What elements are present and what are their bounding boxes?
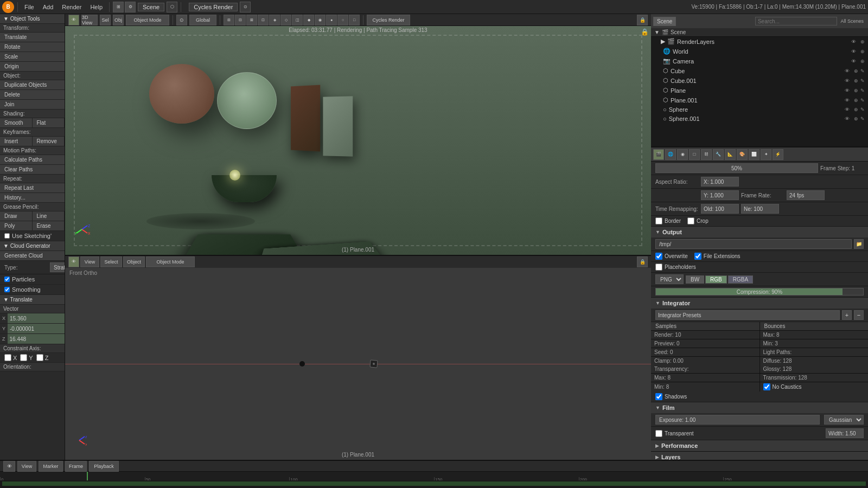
- integrator-del-btn[interactable]: −: [854, 310, 864, 320]
- prop-tab-material[interactable]: 🎨: [737, 149, 748, 160]
- outliner-world[interactable]: 🌐 World 👁 ⊕: [651, 47, 868, 56]
- origin-btn[interactable]: Origin: [0, 62, 65, 72]
- timeline-playback-btn[interactable]: Playback: [89, 461, 119, 472]
- integrator-add-btn[interactable]: +: [842, 310, 852, 320]
- generate-cloud-btn[interactable]: Generate Cloud: [0, 251, 65, 261]
- outliner-search[interactable]: [755, 17, 838, 25]
- view-mode-icon[interactable]: 👁: [68, 15, 79, 25]
- particles-checkbox[interactable]: [4, 277, 10, 282]
- viewport-lock-icon[interactable]: 🔒: [641, 28, 649, 36]
- scene-icon[interactable]: ⬡: [167, 2, 177, 12]
- layers-section[interactable]: ▶ Layers: [651, 452, 868, 460]
- rgba-btn[interactable]: RGBA: [728, 275, 753, 284]
- right-object-btn[interactable]: Object: [123, 256, 145, 267]
- film-section-header[interactable]: ▼ Film: [651, 402, 868, 413]
- prop-tab-constraints[interactable]: ⛓: [701, 149, 712, 160]
- old-value[interactable]: Old: 100: [701, 204, 739, 214]
- lock-icon[interactable]: 🔒: [637, 15, 648, 25]
- object-btn[interactable]: Obj: [113, 15, 124, 25]
- crop-checkbox[interactable]: [687, 217, 694, 224]
- repeat-last-btn[interactable]: Repeat Last: [0, 183, 65, 193]
- x-axis-check[interactable]: [4, 354, 11, 361]
- global-select[interactable]: Global: [189, 15, 216, 25]
- prop-tab-world[interactable]: ◉: [677, 149, 688, 160]
- prop-tab-scene[interactable]: 🌐: [665, 149, 676, 160]
- erase-btn[interactable]: Erase: [33, 221, 65, 230]
- fps-value[interactable]: 24 fps: [787, 190, 825, 200]
- new-value[interactable]: Ne: 100: [741, 204, 779, 214]
- vp-icon-3[interactable]: ⊠: [246, 15, 257, 25]
- smooth-btn[interactable]: Smooth: [0, 118, 33, 127]
- scale-btn[interactable]: Scale: [0, 52, 65, 62]
- prop-tab-data[interactable]: 📐: [725, 149, 736, 160]
- x-ratio-value[interactable]: X: 1.000: [701, 177, 739, 187]
- no-caustics-checkbox[interactable]: [763, 383, 770, 390]
- vp-icon-9[interactable]: ◉: [315, 15, 326, 25]
- x-input[interactable]: [8, 313, 65, 323]
- prop-tab-particles[interactable]: ✦: [761, 149, 771, 160]
- y-ratio-value[interactable]: Y: 1.000: [701, 190, 739, 200]
- outliner-sphere001[interactable]: ○ Sphere.001 👁 ⊕ ✎: [651, 114, 868, 124]
- menu-render[interactable]: Render: [59, 3, 85, 11]
- outliner-renderlayers[interactable]: ▶ 🎬 RenderLayers 👁 ⊕: [651, 37, 868, 47]
- vp-icon-2[interactable]: ⊟: [235, 15, 246, 25]
- history-btn[interactable]: History...: [0, 193, 65, 203]
- render-icon[interactable]: ⊙: [240, 2, 251, 12]
- vp-icon-1[interactable]: ⊞: [224, 15, 234, 25]
- outliner-camera[interactable]: 📷 Camera 👁 ⊕: [651, 56, 868, 66]
- vp-icon-11[interactable]: ○: [337, 15, 348, 25]
- vp-icon-7[interactable]: ◫: [292, 15, 303, 25]
- insert-btn[interactable]: Insert: [0, 137, 33, 146]
- type-select[interactable]: Stratus ▼: [50, 262, 65, 272]
- output-path-browse[interactable]: 📁: [854, 239, 864, 249]
- overwrite-checkbox[interactable]: [655, 253, 662, 260]
- right-view-mode-icon[interactable]: 👁: [68, 256, 79, 267]
- render-layer-btn[interactable]: Cycles Render: [367, 15, 410, 25]
- rotate-btn[interactable]: Rotate: [0, 42, 65, 52]
- select-btn[interactable]: Sel: [100, 15, 111, 25]
- join-btn[interactable]: Join: [0, 100, 65, 110]
- output-section-header[interactable]: ▼ Output: [651, 227, 868, 237]
- render-engine-select[interactable]: Cycles Render: [189, 3, 238, 11]
- vp-icon-6[interactable]: ◇: [280, 15, 291, 25]
- menu-help[interactable]: Help: [87, 3, 106, 11]
- timeline-ruler[interactable]: 0 50 100 150 200 250: [0, 472, 868, 480]
- timeline-frame-btn[interactable]: Frame: [65, 461, 87, 472]
- y-axis-check[interactable]: [20, 354, 27, 361]
- scene-name[interactable]: Scene: [138, 3, 164, 11]
- outliner-sphere[interactable]: ○ Sphere 👁 ⊕ ✎: [651, 105, 868, 114]
- translate-btn[interactable]: Translate: [0, 33, 65, 42]
- remove-btn[interactable]: Remove: [33, 137, 65, 146]
- fullscreen-icon[interactable]: ⊞: [113, 2, 124, 12]
- right-mode-select[interactable]: Object Mode: [146, 256, 195, 267]
- compression-bar[interactable]: Compression: 90%: [655, 288, 864, 296]
- shadows-checkbox[interactable]: [655, 393, 662, 400]
- gaussian-select[interactable]: Gaussian: [824, 415, 864, 425]
- tab-scene[interactable]: Scene: [653, 17, 676, 26]
- prop-tab-physics[interactable]: ⚡: [773, 149, 783, 160]
- performance-section[interactable]: ▶ Performance: [651, 440, 868, 452]
- file-ext-checkbox[interactable]: [694, 253, 701, 260]
- delete-btn[interactable]: Delete: [0, 90, 65, 100]
- exposure-value[interactable]: Exposure: 1.00: [655, 415, 820, 425]
- prop-tab-modifiers[interactable]: 🔧: [713, 149, 724, 160]
- vp-icon-4[interactable]: ⊡: [258, 15, 269, 25]
- outliner-cube001[interactable]: ⬡ Cube.001 👁 ⊕ ✎: [651, 76, 868, 86]
- placeholders-checkbox[interactable]: [655, 264, 662, 271]
- resolution-value[interactable]: 50%: [655, 163, 818, 173]
- prop-tab-object[interactable]: □: [689, 149, 700, 160]
- prop-tab-texture[interactable]: ⬜: [749, 149, 760, 160]
- outliner-plane001[interactable]: ⬡ Plane.001 👁 ⊕ ✎: [651, 95, 868, 105]
- border-checkbox[interactable]: [655, 217, 662, 224]
- prop-tab-render[interactable]: 🎬: [653, 149, 664, 160]
- timeline-view-label[interactable]: View: [17, 461, 36, 472]
- outliner-plane[interactable]: ⬡ Plane 👁 ⊕ ✎: [651, 86, 868, 95]
- vp-icon-10[interactable]: ●: [326, 15, 337, 25]
- smoothing-checkbox[interactable]: [4, 287, 10, 292]
- poly-btn[interactable]: Poly: [0, 221, 33, 230]
- bw-btn[interactable]: BW: [686, 275, 704, 284]
- transparent-checkbox[interactable]: [655, 430, 662, 437]
- timeline-marker-btn[interactable]: Marker: [39, 461, 63, 472]
- menu-add[interactable]: Add: [40, 3, 57, 11]
- line-btn[interactable]: Line: [33, 211, 65, 221]
